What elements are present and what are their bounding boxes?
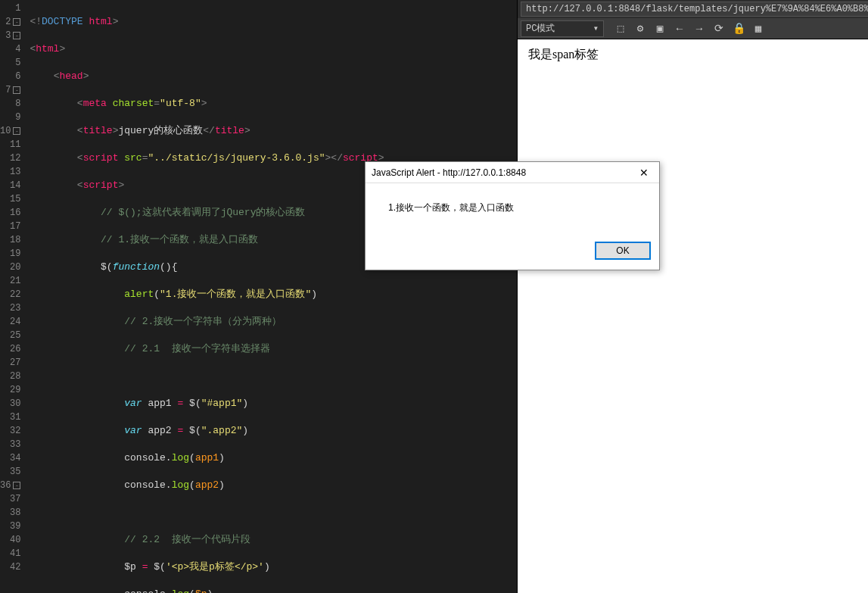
- back-icon[interactable]: ←: [670, 20, 689, 38]
- code-area[interactable]: <!DOCTYPE html> <html> <head> <meta char…: [23, 0, 571, 593]
- browser-toolbar: PC模式▾ ⬚ ⚙ ▣ ← → ⟳ 🔒 ▦: [518, 18, 868, 39]
- alert-title: JavaScript Alert - http://127.0.0.1:8848: [372, 167, 635, 178]
- lock-icon[interactable]: 🔒: [730, 20, 748, 38]
- url-input[interactable]: http://127.0.0.1:8848/flask/templates/jq…: [521, 2, 868, 17]
- page-span-text: 我是span标签: [528, 48, 599, 61]
- device-mode-select[interactable]: PC模式▾: [521, 20, 604, 37]
- browser-preview-panel: http://127.0.0.1:8848/flask/templates/jq…: [517, 0, 868, 593]
- watermark-icon: [714, 564, 730, 581]
- grid-icon[interactable]: ▦: [749, 20, 767, 38]
- alert-message: 1.接收一个函数，就是入口函数: [366, 183, 659, 236]
- watermark: 头条 @学员港湾: [714, 561, 856, 584]
- forward-icon[interactable]: →: [690, 20, 708, 38]
- gear-icon[interactable]: ⚙: [631, 20, 649, 38]
- address-bar: http://127.0.0.1:8848/flask/templates/jq…: [518, 0, 868, 18]
- refresh-icon[interactable]: ⟳: [710, 20, 728, 38]
- screenshot-icon[interactable]: ▣: [651, 20, 669, 38]
- page-rendered-content: 我是span标签: [518, 39, 868, 593]
- code-editor-panel: 1 2 - 3 - 4 5 6 7 - 8 9 10 - 11 12 13 14…: [0, 0, 517, 593]
- chevron-down-icon: ▾: [593, 23, 599, 34]
- inspect-icon[interactable]: ⬚: [611, 20, 630, 38]
- close-icon[interactable]: ✕: [635, 164, 653, 182]
- alert-ok-button[interactable]: OK: [596, 242, 650, 259]
- line-number-gutter: 1 2 - 3 - 4 5 6 7 - 8 9 10 - 11 12 13 14…: [0, 0, 23, 593]
- javascript-alert-dialog: JavaScript Alert - http://127.0.0.1:8848…: [365, 161, 660, 270]
